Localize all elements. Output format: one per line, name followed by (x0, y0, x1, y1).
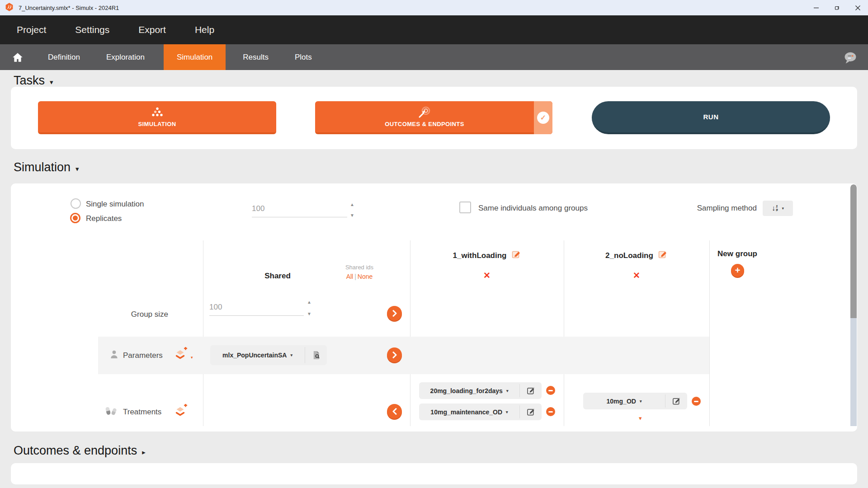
treatments-label: Treatments (123, 408, 161, 417)
replicates-step-down[interactable]: ▼ (350, 213, 354, 218)
scroll-more-caret-icon: ▾ (639, 415, 642, 422)
group-size-step-down[interactable]: ▼ (307, 312, 311, 316)
population-dots-icon (151, 107, 164, 120)
chevron-down-icon: ▾ (506, 389, 509, 393)
parameters-apply-right-button[interactable] (387, 347, 402, 362)
parameters-label: Parameters (123, 351, 163, 360)
tab-exploration[interactable]: Exploration (97, 44, 154, 70)
new-group-label: New group (717, 249, 757, 258)
tab-definition[interactable]: Definition (39, 44, 89, 70)
close-button[interactable] (847, 0, 868, 15)
group-size-apply-right-button[interactable] (387, 306, 402, 321)
chevron-down-icon: ▾ (506, 410, 508, 414)
shared-ids-links: All|None (323, 273, 396, 280)
group2-name: 2_noLoading (605, 251, 653, 260)
column-divider (709, 240, 710, 426)
single-simulation-radio[interactable] (71, 198, 81, 209)
restore-button[interactable] (826, 0, 847, 15)
column-divider (410, 240, 410, 426)
parameters-element-dropdown[interactable]: mlx_PopUncertainSA ▾ (210, 345, 305, 365)
edit-treatment-icon[interactable] (520, 382, 542, 399)
shared-ids-all-link[interactable]: All (346, 273, 354, 280)
chevron-down-icon: ▾ (290, 353, 292, 357)
simulation-task-button[interactable]: SIMULATION (38, 101, 276, 134)
remove-treatment-button[interactable] (546, 407, 555, 416)
vertical-scrollbar[interactable] (850, 184, 857, 426)
treatment-g2-row1-dropdown[interactable]: 10mg_OD ▾ (583, 393, 665, 409)
tab-plots[interactable]: Plots (286, 44, 321, 70)
chevron-down-icon: ▾ (782, 206, 784, 211)
window-title: 7_Uncertainty.smlx* - Simulx - 2024R1 (19, 5, 119, 11)
outcomes-task-label: OUTCOMES & ENDPOINTS (385, 121, 464, 127)
group1-delete-x-icon[interactable]: ✕ (410, 270, 564, 281)
treatment-g1-row1-dropdown[interactable]: 20mg_loading_for2days ▾ (419, 382, 519, 399)
remove-treatment-button[interactable] (692, 397, 701, 406)
shared-ids-none-link[interactable]: None (358, 273, 373, 280)
add-parameter-layers-icon[interactable] (175, 347, 188, 362)
app-logo-icon (5, 2, 14, 13)
sampling-method-dropdown[interactable]: ↓ 19 ▾ (763, 201, 793, 216)
edit-pencil-icon[interactable] (658, 249, 668, 262)
run-button[interactable]: RUN (592, 101, 830, 134)
menu-settings[interactable]: Settings (75, 24, 109, 35)
menu-project[interactable]: Project (17, 24, 46, 35)
menu-help[interactable]: Help (195, 24, 214, 35)
group-size-label: Group size (96, 310, 168, 319)
group1-name: 1_withLoading (453, 251, 507, 260)
outcomes-section-header[interactable]: Outcomes & endpoints ▸ (14, 444, 146, 458)
replicates-radio[interactable] (70, 213, 80, 223)
remove-treatment-button[interactable] (546, 386, 555, 395)
add-treatment-layers-icon[interactable] (175, 404, 188, 419)
parameters-shared-control: mlx_PopUncertainSA ▾ (210, 345, 327, 365)
group1-header: 1_withLoading (410, 249, 564, 262)
chevron-down-icon: ▾ (191, 355, 193, 360)
simulx-window: 7_Uncertainty.smlx* - Simulx - 2024R1 Pr… (0, 0, 868, 488)
simulation-card: Single simulation Replicates 100 ▲ ▼ Sam… (11, 183, 857, 432)
title-bar: 7_Uncertainty.smlx* - Simulx - 2024R1 (0, 0, 868, 15)
treatment-control: 10mg_maintenance_OD ▾ (419, 404, 542, 420)
chevron-down-icon: ▾ (640, 399, 642, 404)
sort-numeric-icon: ↓ 19 (772, 204, 778, 212)
group-size-step-up[interactable]: ▲ (307, 300, 311, 305)
treatment-control: 10mg_OD ▾ (583, 393, 687, 409)
menu-bar: Project Settings Export Help (0, 15, 868, 44)
single-simulation-label: Single simulation (86, 200, 144, 209)
edit-pencil-icon[interactable] (511, 249, 521, 262)
column-divider (203, 240, 203, 426)
outcomes-task-button[interactable]: OUTCOMES & ENDPOINTS ✓ (315, 101, 552, 134)
collapse-caret-icon: ▾ (75, 162, 79, 173)
same-individuals-label: Same individuals among groups (478, 204, 588, 213)
tasks-header-label: Tasks (14, 74, 45, 88)
window-controls (806, 0, 868, 15)
collapse-caret-icon: ▸ (142, 446, 146, 456)
replicates-label: Replicates (86, 214, 122, 223)
group2-delete-x-icon[interactable]: ✕ (564, 270, 709, 281)
nav-tab-bar: Definition Exploration Simulation Result… (0, 44, 868, 70)
edit-treatment-icon[interactable] (665, 393, 687, 409)
simulation-header-label: Simulation (14, 160, 71, 174)
tasks-section-header[interactable]: Tasks ▾ (14, 74, 53, 88)
outcomes-card (11, 463, 857, 484)
home-icon[interactable] (5, 44, 31, 70)
minimize-button[interactable] (806, 0, 826, 15)
tab-simulation[interactable]: Simulation (164, 44, 226, 70)
treatment-g1-row2-dropdown[interactable]: 10mg_maintenance_OD ▾ (419, 404, 519, 420)
add-group-button[interactable]: + (731, 264, 744, 277)
scrollbar-thumb[interactable] (850, 184, 857, 318)
simulation-section-header[interactable]: Simulation ▾ (14, 160, 79, 174)
same-individuals-checkbox[interactable] (459, 202, 471, 213)
check-icon: ✓ (537, 112, 549, 124)
collapse-caret-icon: ▾ (50, 75, 53, 86)
replicates-step-up[interactable]: ▲ (350, 202, 354, 207)
replicates-count-input[interactable]: 100 (252, 204, 347, 217)
menu-export[interactable]: Export (138, 24, 166, 35)
treatments-unshare-left-button[interactable] (387, 404, 402, 419)
view-parameters-file-icon[interactable] (305, 345, 327, 365)
scrollbar-track[interactable] (850, 318, 857, 426)
feedback-chat-icon[interactable] (843, 44, 858, 70)
person-icon (109, 349, 119, 361)
tab-results[interactable]: Results (234, 44, 278, 70)
group-size-input[interactable]: 100 (209, 303, 304, 316)
edit-treatment-icon[interactable] (520, 404, 542, 420)
column-divider (564, 240, 564, 426)
